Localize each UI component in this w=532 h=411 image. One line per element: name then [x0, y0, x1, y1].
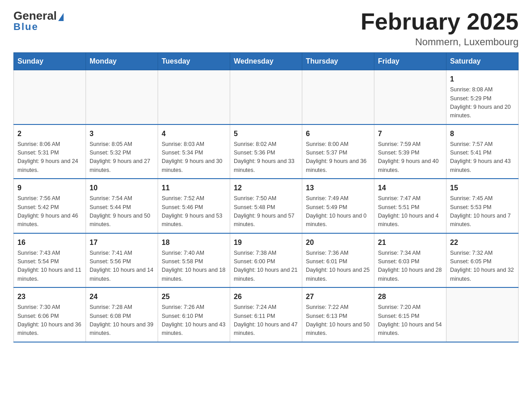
day-info: Sunrise: 7:56 AM Sunset: 5:42 PM Dayligh… [17, 194, 82, 229]
day-number: 6 [306, 128, 370, 139]
day-cell: 26Sunrise: 7:24 AM Sunset: 6:11 PM Dayli… [230, 287, 302, 342]
week-row-5: 23Sunrise: 7:30 AM Sunset: 6:06 PM Dayli… [14, 287, 519, 342]
day-info: Sunrise: 7:34 AM Sunset: 6:03 PM Dayligh… [378, 249, 442, 284]
calendar-title: February 2025 [360, 9, 519, 34]
day-number: 19 [234, 237, 298, 248]
day-info: Sunrise: 7:45 AM Sunset: 5:53 PM Dayligh… [450, 194, 515, 229]
day-info: Sunrise: 7:57 AM Sunset: 5:41 PM Dayligh… [450, 140, 515, 175]
page-header: General Blue February 2025 Nommern, Luxe… [13, 9, 519, 48]
day-cell: 1Sunrise: 8:08 AM Sunset: 5:29 PM Daylig… [446, 70, 519, 124]
day-cell: 16Sunrise: 7:43 AM Sunset: 5:54 PM Dayli… [14, 233, 86, 288]
logo-blue-underline: Blue [13, 21, 39, 33]
day-number: 23 [17, 291, 82, 302]
day-number: 28 [378, 291, 442, 302]
day-number: 14 [378, 183, 442, 193]
day-cell [374, 70, 446, 124]
day-cell: 7Sunrise: 7:59 AM Sunset: 5:39 PM Daylig… [374, 124, 446, 179]
day-cell: 27Sunrise: 7:22 AM Sunset: 6:13 PM Dayli… [302, 287, 374, 342]
day-cell: 10Sunrise: 7:54 AM Sunset: 5:44 PM Dayli… [86, 179, 158, 233]
day-cell: 25Sunrise: 7:26 AM Sunset: 6:10 PM Dayli… [158, 287, 230, 342]
day-number: 2 [17, 128, 82, 139]
day-info: Sunrise: 7:47 AM Sunset: 5:51 PM Dayligh… [378, 194, 442, 229]
day-cell: 20Sunrise: 7:36 AM Sunset: 6:01 PM Dayli… [302, 233, 374, 288]
day-number: 16 [17, 237, 82, 248]
day-cell [446, 287, 519, 342]
calendar-subtitle: Nommern, Luxembourg [360, 36, 519, 48]
day-number: 1 [450, 74, 515, 85]
calendar-table: SundayMondayTuesdayWednesdayThursdayFrid… [13, 52, 519, 342]
day-info: Sunrise: 7:43 AM Sunset: 5:54 PM Dayligh… [17, 249, 82, 284]
week-row-1: 1Sunrise: 8:08 AM Sunset: 5:29 PM Daylig… [14, 70, 519, 124]
day-info: Sunrise: 7:52 AM Sunset: 5:46 PM Dayligh… [162, 194, 226, 229]
day-info: Sunrise: 7:28 AM Sunset: 6:08 PM Dayligh… [90, 303, 154, 338]
day-cell [14, 70, 86, 124]
day-info: Sunrise: 7:41 AM Sunset: 5:56 PM Dayligh… [90, 249, 154, 284]
day-number: 26 [234, 291, 298, 302]
day-cell: 13Sunrise: 7:49 AM Sunset: 5:49 PM Dayli… [302, 179, 374, 233]
day-info: Sunrise: 8:00 AM Sunset: 5:37 PM Dayligh… [306, 140, 370, 175]
header-cell-monday: Monday [86, 53, 158, 70]
day-cell [230, 70, 302, 124]
day-cell: 23Sunrise: 7:30 AM Sunset: 6:06 PM Dayli… [14, 287, 86, 342]
day-info: Sunrise: 7:59 AM Sunset: 5:39 PM Dayligh… [378, 140, 442, 175]
day-cell: 19Sunrise: 7:38 AM Sunset: 6:00 PM Dayli… [230, 233, 302, 288]
header-cell-sunday: Sunday [14, 53, 86, 70]
title-section: February 2025 Nommern, Luxembourg [360, 9, 519, 48]
day-number: 17 [90, 237, 154, 248]
week-row-4: 16Sunrise: 7:43 AM Sunset: 5:54 PM Dayli… [14, 233, 519, 288]
day-number: 3 [90, 128, 154, 139]
day-number: 9 [17, 183, 82, 193]
day-cell: 28Sunrise: 7:20 AM Sunset: 6:15 PM Dayli… [374, 287, 446, 342]
day-number: 12 [234, 183, 298, 193]
logo-triangle-icon [58, 13, 64, 21]
week-row-2: 2Sunrise: 8:06 AM Sunset: 5:31 PM Daylig… [14, 124, 519, 179]
day-number: 24 [90, 291, 154, 302]
day-number: 5 [234, 128, 298, 139]
day-info: Sunrise: 7:40 AM Sunset: 5:58 PM Dayligh… [162, 249, 226, 284]
day-cell: 5Sunrise: 8:02 AM Sunset: 5:36 PM Daylig… [230, 124, 302, 179]
header-cell-friday: Friday [374, 53, 446, 70]
day-cell: 22Sunrise: 7:32 AM Sunset: 6:05 PM Dayli… [446, 233, 519, 288]
day-cell: 21Sunrise: 7:34 AM Sunset: 6:03 PM Dayli… [374, 233, 446, 288]
day-cell: 15Sunrise: 7:45 AM Sunset: 5:53 PM Dayli… [446, 179, 519, 233]
day-info: Sunrise: 8:06 AM Sunset: 5:31 PM Dayligh… [17, 140, 82, 175]
day-number: 13 [306, 183, 370, 193]
day-info: Sunrise: 7:50 AM Sunset: 5:48 PM Dayligh… [234, 194, 298, 229]
day-cell: 8Sunrise: 7:57 AM Sunset: 5:41 PM Daylig… [446, 124, 519, 179]
day-cell: 3Sunrise: 8:05 AM Sunset: 5:32 PM Daylig… [86, 124, 158, 179]
day-number: 10 [90, 183, 154, 193]
day-number: 18 [162, 237, 226, 248]
day-number: 4 [162, 128, 226, 139]
day-number: 22 [450, 237, 515, 248]
header-cell-thursday: Thursday [302, 53, 374, 70]
header-cell-saturday: Saturday [446, 53, 519, 70]
day-info: Sunrise: 8:02 AM Sunset: 5:36 PM Dayligh… [234, 140, 298, 175]
day-info: Sunrise: 7:36 AM Sunset: 6:01 PM Dayligh… [306, 249, 370, 284]
header-row: SundayMondayTuesdayWednesdayThursdayFrid… [14, 53, 519, 70]
day-number: 27 [306, 291, 370, 302]
day-cell: 17Sunrise: 7:41 AM Sunset: 5:56 PM Dayli… [86, 233, 158, 288]
day-cell: 4Sunrise: 8:03 AM Sunset: 5:34 PM Daylig… [158, 124, 230, 179]
day-cell [86, 70, 158, 124]
day-number: 8 [450, 128, 515, 139]
day-info: Sunrise: 8:03 AM Sunset: 5:34 PM Dayligh… [162, 140, 226, 175]
logo: General Blue [13, 9, 65, 33]
day-number: 15 [450, 183, 515, 193]
day-info: Sunrise: 7:30 AM Sunset: 6:06 PM Dayligh… [17, 303, 82, 338]
day-number: 21 [378, 237, 442, 248]
week-row-3: 9Sunrise: 7:56 AM Sunset: 5:42 PM Daylig… [14, 179, 519, 233]
day-info: Sunrise: 7:49 AM Sunset: 5:49 PM Dayligh… [306, 194, 370, 229]
day-cell [302, 70, 374, 124]
day-info: Sunrise: 7:26 AM Sunset: 6:10 PM Dayligh… [162, 303, 226, 338]
day-number: 11 [162, 183, 226, 193]
header-cell-wednesday: Wednesday [230, 53, 302, 70]
day-info: Sunrise: 7:22 AM Sunset: 6:13 PM Dayligh… [306, 303, 370, 338]
day-cell: 9Sunrise: 7:56 AM Sunset: 5:42 PM Daylig… [14, 179, 86, 233]
day-cell: 11Sunrise: 7:52 AM Sunset: 5:46 PM Dayli… [158, 179, 230, 233]
day-number: 20 [306, 237, 370, 248]
header-cell-tuesday: Tuesday [158, 53, 230, 70]
day-info: Sunrise: 7:54 AM Sunset: 5:44 PM Dayligh… [90, 194, 154, 229]
day-cell: 14Sunrise: 7:47 AM Sunset: 5:51 PM Dayli… [374, 179, 446, 233]
day-info: Sunrise: 7:38 AM Sunset: 6:00 PM Dayligh… [234, 249, 298, 284]
day-cell: 2Sunrise: 8:06 AM Sunset: 5:31 PM Daylig… [14, 124, 86, 179]
